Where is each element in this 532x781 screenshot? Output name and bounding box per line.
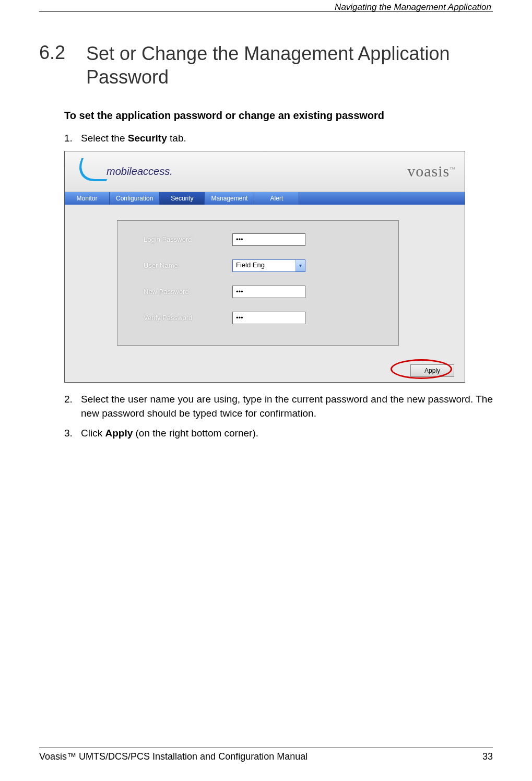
logo-left-text: mobileaccess. xyxy=(107,165,173,178)
tab-monitor[interactable]: Monitor xyxy=(65,192,110,205)
input-new-password[interactable] xyxy=(232,286,305,298)
logo-tm: ™ xyxy=(450,166,455,172)
step-text: Select the user name you are using, type… xyxy=(81,392,493,421)
step-text: Select the xyxy=(81,133,128,144)
step-number: 1. xyxy=(64,131,81,146)
tab-alert[interactable]: Alert xyxy=(254,192,299,205)
chevron-down-icon: ▾ xyxy=(295,260,305,271)
select-user-name[interactable]: Field Eng ▾ xyxy=(232,259,305,272)
step-text: tab. xyxy=(167,133,186,144)
tab-security[interactable]: Security xyxy=(160,192,205,205)
select-value: Field Eng xyxy=(233,260,295,271)
step-3: 3. Click Apply (on the right bottom corn… xyxy=(64,426,493,441)
label-new-password: New Password xyxy=(144,288,232,295)
input-verify-password[interactable] xyxy=(232,312,305,324)
security-form-panel: Login Password User Name Field Eng ▾ New… xyxy=(117,220,399,346)
apply-button[interactable]: Apply xyxy=(410,364,454,377)
section-title: Set or Change the Management Application… xyxy=(86,42,493,89)
tabbar-fill xyxy=(299,192,465,205)
label-user-name: User Name xyxy=(144,262,232,269)
step-text: Click xyxy=(81,428,105,439)
footer-manual-title: Voasis™ UMTS/DCS/PCS Installation and Co… xyxy=(39,751,308,762)
page-footer: Voasis™ UMTS/DCS/PCS Installation and Co… xyxy=(39,748,493,762)
swoosh-icon xyxy=(74,161,105,181)
logo-right-text: voasis xyxy=(407,162,450,180)
procedure-heading: To set the application password or chang… xyxy=(64,110,493,122)
step-bold: Security xyxy=(128,133,167,144)
step-number: 2. xyxy=(64,392,81,421)
running-header: Navigating the Management Application xyxy=(335,2,491,13)
app-header: mobileaccess. voasis™ xyxy=(65,151,465,192)
label-login-password: Login Password xyxy=(144,235,232,243)
tab-management[interactable]: Management xyxy=(205,192,254,205)
section-number: 6.2 xyxy=(39,42,72,64)
step-bold: Apply xyxy=(105,428,133,439)
tab-bar: Monitor Configuration Security Managemen… xyxy=(65,192,465,205)
page-number: 33 xyxy=(482,751,493,762)
tab-configuration[interactable]: Configuration xyxy=(110,192,160,205)
app-screenshot: mobileaccess. voasis™ Monitor Configurat… xyxy=(64,151,465,383)
step-1: 1. Select the Security tab. xyxy=(64,131,493,146)
step-number: 3. xyxy=(64,426,81,441)
logo-voasis: voasis™ xyxy=(407,162,455,180)
label-verify-password: Verify Password xyxy=(144,314,232,322)
step-text: (on the right bottom corner). xyxy=(133,428,258,439)
step-2: 2. Select the user name you are using, t… xyxy=(64,392,493,421)
logo-mobileaccess: mobileaccess. xyxy=(74,161,173,181)
input-login-password[interactable] xyxy=(232,233,305,246)
